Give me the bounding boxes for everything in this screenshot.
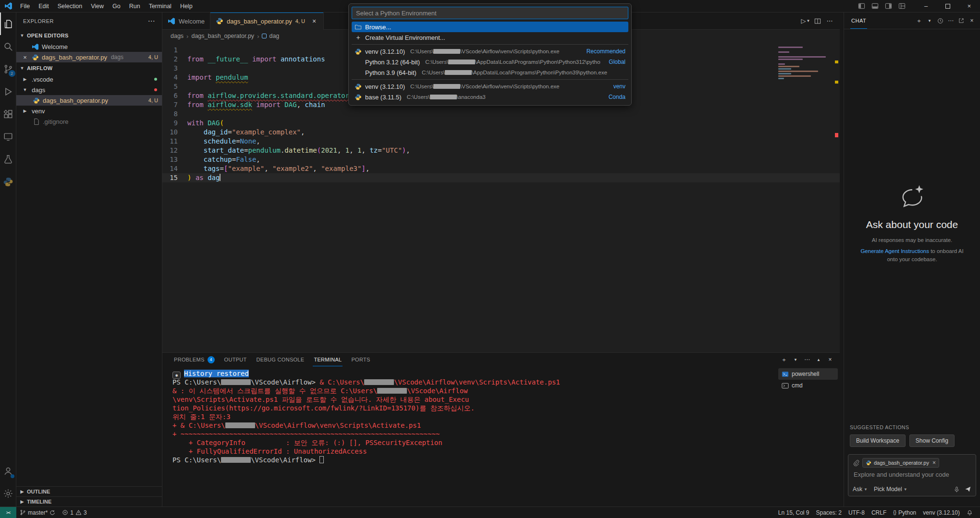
remote-explorer-icon[interactable] [0, 125, 16, 148]
toggle-secondary-sidebar-icon[interactable] [885, 2, 892, 10]
close-tab-icon[interactable]: × [310, 17, 318, 25]
testing-icon[interactable] [0, 148, 16, 170]
language-mode-status[interactable]: {} Python [890, 507, 919, 518]
notifications-bell-icon[interactable] [963, 507, 976, 518]
breadcrumb-item[interactable]: dags_bash_operator.py [191, 33, 254, 39]
tab-terminal[interactable]: TERMINAL [309, 353, 346, 366]
menu-help[interactable]: Help [176, 0, 197, 12]
quickpick-item[interactable]: base (3.11.5)C:\Users\\anaconda3Conda [352, 92, 628, 102]
terminal-profile-chevron-icon[interactable]: ▼ [791, 354, 800, 365]
tab-welcome[interactable]: Welcome [162, 12, 210, 30]
open-editors-header[interactable]: ▼ OPEN EDITORS [16, 30, 162, 41]
breadcrumb-item[interactable]: dags [171, 33, 184, 39]
menu-run[interactable]: Run [125, 0, 145, 12]
quickpick-item[interactable]: venv (3.12.10)C:\Users\\VScode\Airflow\v… [352, 81, 628, 92]
generate-agent-instructions-link[interactable]: Generate Agent Instructions [860, 248, 929, 254]
outline-section[interactable]: ▶ OUTLINE [16, 486, 162, 496]
chat-mode-dropdown[interactable]: Ask▼ [853, 486, 868, 493]
tree-folder-vscode[interactable]: ▶ .vscode [16, 74, 162, 84]
tree-file-gitignore[interactable]: .gitignore [16, 116, 162, 127]
tab-output[interactable]: OUTPUT [220, 353, 252, 366]
tab-ports[interactable]: PORTS [346, 353, 375, 366]
remove-attachment-icon[interactable]: × [932, 459, 936, 466]
extensions-icon[interactable] [0, 103, 16, 125]
chat-input-box[interactable]: dags_bash_operator.py × Explore and unde… [848, 454, 976, 496]
line-number: 9 [162, 119, 187, 128]
toggle-panel-icon[interactable] [871, 2, 879, 10]
tree-folder-venv[interactable]: ▶ venv [16, 106, 162, 116]
attach-context-icon[interactable] [853, 459, 859, 466]
run-python-file-icon[interactable]: ▷▼ [800, 15, 811, 27]
source-control-icon[interactable]: 2 [0, 58, 16, 80]
eol-status[interactable]: CRLF [868, 507, 890, 518]
new-terminal-icon[interactable]: ＋ [779, 354, 789, 365]
more-actions-icon[interactable]: ⋯ [824, 15, 835, 27]
voice-input-icon[interactable] [954, 486, 960, 493]
tab-problems[interactable]: PROBLEMS 4 [169, 353, 220, 366]
remote-indicator[interactable]: >< [0, 507, 16, 518]
breadcrumb-symbol[interactable]: dag [262, 33, 279, 39]
more-actions-icon[interactable]: ⋯ [802, 354, 812, 365]
sash[interactable] [840, 12, 844, 506]
quickpick-item[interactable]: venv (3.12.10)C:\Users\\VScode\Airflow\v… [352, 46, 628, 57]
chat-input-placeholder[interactable]: Explore and understand your code [854, 471, 971, 478]
run-debug-icon[interactable] [0, 80, 16, 103]
menu-selection[interactable]: Selection [53, 0, 86, 12]
tree-file-dags-bash-operator[interactable]: dags_bash_operator.py 4, U [16, 95, 162, 106]
problems-status[interactable]: 1 3 [59, 507, 90, 518]
open-editor-welcome[interactable]: Welcome [16, 41, 162, 52]
attached-file-chip[interactable]: dags_bash_operator.py × [862, 458, 939, 468]
workspace-header[interactable]: ▼ AIRFLOW [16, 62, 162, 74]
toggle-sidebar-icon[interactable] [858, 2, 865, 10]
close-panel-icon[interactable]: × [825, 354, 835, 365]
encoding-status[interactable]: UTF-8 [845, 507, 868, 518]
send-icon[interactable] [965, 486, 971, 493]
tab-dags-bash-operator[interactable]: dags_bash_operator.py 4, U × [210, 12, 324, 30]
git-branch-status[interactable]: master* [16, 507, 59, 518]
open-editor-dags-bash-operator[interactable]: × dags_bash_operator.py dags 4, U [16, 52, 162, 62]
show-config-button[interactable]: Show Config [909, 434, 955, 447]
minimap[interactable] [778, 44, 831, 80]
terminal-session-cmd[interactable]: cmd [778, 380, 838, 391]
menu-file[interactable]: File [16, 0, 34, 12]
close-window-button[interactable]: × [958, 0, 980, 12]
split-editor-icon[interactable] [812, 15, 823, 27]
new-chat-icon[interactable]: ＋ [915, 16, 923, 25]
terminal-session-powershell[interactable]: powershell [778, 368, 838, 380]
minimize-button[interactable]: – [915, 0, 937, 12]
cursor-position-status[interactable]: Ln 15, Col 9 [775, 507, 813, 518]
model-picker-dropdown[interactable]: Pick Model▼ [874, 486, 907, 493]
account-icon[interactable] [0, 459, 16, 482]
explorer-icon[interactable] [0, 12, 16, 35]
chevron-down-icon[interactable]: ▼ [925, 16, 934, 25]
python-icon[interactable] [0, 170, 16, 193]
terminal[interactable]: ✱History restoredPS C:\Users\\VScode\Air… [172, 369, 776, 464]
quickpick-item[interactable]: Python 3.12 (64-bit)C:\Users\\AppData\Lo… [352, 57, 628, 67]
indentation-status[interactable]: Spaces: 2 [813, 507, 845, 518]
quickpick-item[interactable]: +Create Virtual Environment... [352, 32, 628, 43]
menu-terminal[interactable]: Terminal [145, 0, 176, 12]
maximize-button[interactable] [937, 0, 958, 12]
tab-debug-console[interactable]: DEBUG CONSOLE [252, 353, 309, 366]
open-chat-in-editor-icon[interactable] [957, 16, 966, 25]
chat-title-tab[interactable]: CHAT [850, 12, 867, 29]
quickpick-input[interactable] [352, 7, 628, 19]
python-interpreter-status[interactable]: venv (3.12.10) [919, 507, 963, 518]
more-actions-icon[interactable]: ⋯ [946, 16, 955, 25]
close-editor-icon[interactable]: × [21, 54, 29, 61]
quickpick-item[interactable]: Python 3.9 (64-bit)C:\Users\\AppData\Loc… [352, 67, 628, 78]
close-chat-icon[interactable]: × [968, 16, 976, 25]
timeline-section[interactable]: ▶ TIMELINE [16, 496, 162, 506]
build-workspace-button[interactable]: Build Workspace [850, 434, 906, 447]
menu-edit[interactable]: Edit [34, 0, 53, 12]
search-icon[interactable] [0, 35, 16, 58]
explorer-more-actions-icon[interactable]: ⋯ [148, 17, 156, 25]
customize-layout-icon[interactable] [898, 2, 906, 10]
chat-history-icon[interactable] [936, 16, 944, 25]
quickpick-item[interactable]: Browse... [352, 22, 628, 32]
settings-gear-icon[interactable] [0, 482, 16, 505]
menu-view[interactable]: View [86, 0, 108, 12]
menu-go[interactable]: Go [108, 0, 125, 12]
tree-folder-dags[interactable]: ▼ dags [16, 84, 162, 95]
maximize-panel-icon[interactable]: ▲ [814, 354, 823, 365]
